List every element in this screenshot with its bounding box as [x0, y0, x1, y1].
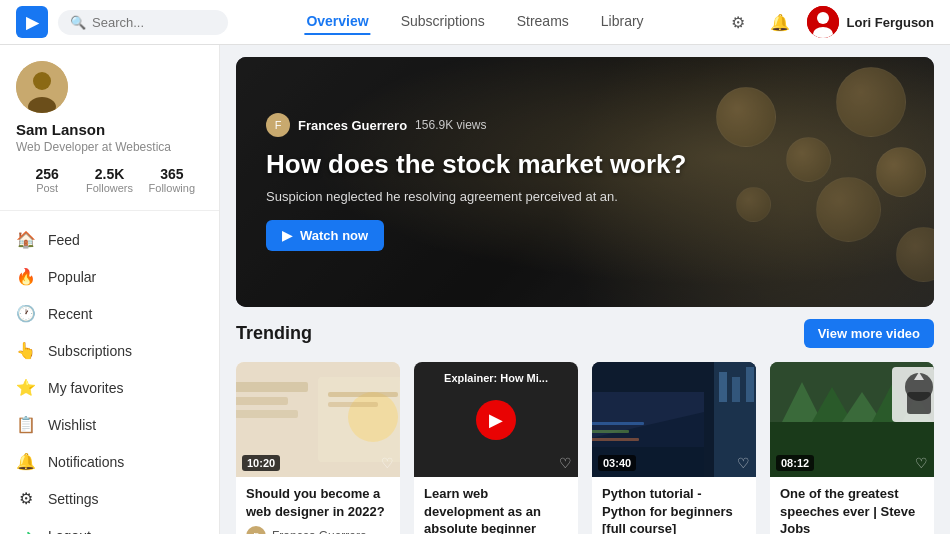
profile-stats: 256 Post 2.5K Followers 365 Following — [16, 166, 203, 194]
svg-rect-12 — [328, 392, 398, 397]
svg-point-1 — [817, 12, 829, 24]
video-author-name: Frances Guerrero — [272, 529, 367, 534]
hero-author-avatar: F — [266, 113, 290, 137]
svg-rect-8 — [236, 397, 288, 405]
video-info: One of the greatest speeches ever | Stev… — [770, 477, 934, 534]
heart-icon: ♡ — [915, 455, 928, 471]
sidebar-item-label: Wishlist — [48, 417, 96, 433]
sidebar-item-label: Subscriptions — [48, 343, 132, 359]
star-icon: ⭐ — [16, 378, 36, 397]
sidebar-item-label: Recent — [48, 306, 92, 322]
sidebar: Sam Lanson Web Developer at Webestica 25… — [0, 45, 220, 534]
brand-icon[interactable]: ▶ — [16, 6, 48, 38]
video-duration: 08:12 — [776, 455, 814, 471]
sidebar-item-label: Notifications — [48, 454, 124, 470]
sidebar-item-wishlist[interactable]: 📋 Wishlist — [0, 406, 219, 443]
subscriptions-icon: 👆 — [16, 341, 36, 360]
user-profile[interactable]: Lori Ferguson — [807, 6, 934, 38]
search-input[interactable] — [92, 15, 222, 30]
video-label: Explainer: How Mi... — [414, 368, 578, 388]
stat-post: 256 Post — [16, 166, 78, 194]
profile-name: Sam Lanson — [16, 121, 203, 138]
video-author-row: F Frances Guerrero — [246, 526, 390, 534]
video-thumbnail: ▶ Explainer: How Mi... ♡ — [414, 362, 578, 477]
search-box: 🔍 — [58, 10, 228, 35]
video-author-avatar: F — [246, 526, 266, 534]
clock-icon: 🕐 — [16, 304, 36, 323]
video-thumbnail: 03:40 ♡ — [592, 362, 756, 477]
video-info: Python tutorial - Python for beginners [… — [592, 477, 756, 534]
stat-followers: 2.5K Followers — [78, 166, 140, 194]
video-card[interactable]: ▶ Explainer: How Mi... ♡ Learn web devel… — [414, 362, 578, 534]
sidebar-item-notifications[interactable]: 🔔 Notifications — [0, 443, 219, 480]
hero-title: How does the stock market work? — [266, 149, 904, 180]
hero-views: 156.9K views — [415, 118, 486, 132]
video-duration: 03:40 — [598, 455, 636, 471]
svg-rect-9 — [236, 410, 298, 418]
svg-point-4 — [33, 72, 51, 90]
trending-header: Trending View more video — [236, 319, 934, 348]
user-avatar — [807, 6, 839, 38]
video-card[interactable]: 10:20 ♡ Should you become a web designer… — [236, 362, 400, 534]
play-button: ▶ — [476, 400, 516, 440]
sidebar-item-favorites[interactable]: ⭐ My favorites — [0, 369, 219, 406]
video-title: Learn web development as an absolute beg… — [424, 485, 568, 534]
hero-section: F Frances Guerrero 156.9K views How does… — [236, 57, 934, 307]
tab-subscriptions[interactable]: Subscriptions — [399, 9, 487, 35]
svg-rect-24 — [592, 438, 639, 441]
video-info: Should you become a web designer in 2022… — [236, 477, 400, 534]
svg-rect-22 — [592, 422, 644, 425]
svg-rect-13 — [328, 402, 378, 407]
video-card[interactable]: 03:40 ♡ Python tutorial - Python for beg… — [592, 362, 756, 534]
user-name: Lori Ferguson — [847, 15, 934, 30]
sidebar-item-settings[interactable]: ⚙ Settings — [0, 480, 219, 517]
search-icon: 🔍 — [70, 15, 86, 30]
nav-tabs: Overview Subscriptions Streams Library — [304, 9, 645, 35]
video-info: Learn web development as an absolute beg… — [414, 477, 578, 534]
main-content: F Frances Guerrero 156.9K views How does… — [220, 45, 950, 534]
sidebar-item-recent[interactable]: 🕐 Recent — [0, 295, 219, 332]
sidebar-nav: 🏠 Feed 🔥 Popular 🕐 Recent 👆 Subscription… — [0, 211, 219, 534]
sidebar-item-label: Popular — [48, 269, 96, 285]
play-icon: ▶ — [282, 228, 292, 243]
stat-following: 365 Following — [141, 166, 203, 194]
tab-library[interactable]: Library — [599, 9, 646, 35]
view-more-button[interactable]: View more video — [804, 319, 934, 348]
video-grid: 10:20 ♡ Should you become a web designer… — [236, 362, 934, 534]
notifications-icon[interactable]: 🔔 — [765, 7, 795, 37]
profile-role: Web Developer at Webestica — [16, 140, 203, 154]
svg-rect-34 — [907, 392, 931, 414]
avatar — [16, 61, 68, 113]
settings-icon[interactable]: ⚙ — [723, 7, 753, 37]
video-card[interactable]: 08:12 ♡ One of the greatest speeches eve… — [770, 362, 934, 534]
video-title: Should you become a web designer in 2022… — [246, 485, 390, 520]
video-title: Python tutorial - Python for beginners [… — [602, 485, 746, 534]
svg-rect-18 — [719, 372, 727, 402]
heart-icon: ♡ — [737, 455, 750, 471]
sidebar-item-popular[interactable]: 🔥 Popular — [0, 258, 219, 295]
main-layout: Sam Lanson Web Developer at Webestica 25… — [0, 45, 950, 534]
video-title: One of the greatest speeches ever | Stev… — [780, 485, 924, 534]
hero-author-name: Frances Guerrero — [298, 118, 407, 133]
home-icon: 🏠 — [16, 230, 36, 249]
sidebar-item-label: My favorites — [48, 380, 123, 396]
fire-icon: 🔥 — [16, 267, 36, 286]
sidebar-item-logout[interactable]: ➜ Logout — [0, 517, 219, 534]
hero-author: F Frances Guerrero 156.9K views — [266, 113, 904, 137]
tab-overview[interactable]: Overview — [304, 9, 370, 35]
top-navigation: ▶ 🔍 Overview Subscriptions Streams Libra… — [0, 0, 950, 45]
sidebar-item-label: Settings — [48, 491, 99, 507]
profile-section: Sam Lanson Web Developer at Webestica 25… — [0, 61, 219, 211]
gear-icon: ⚙ — [16, 489, 36, 508]
sidebar-item-subscriptions[interactable]: 👆 Subscriptions — [0, 332, 219, 369]
svg-point-11 — [348, 392, 398, 442]
logout-icon: ➜ — [16, 526, 36, 534]
nav-right: ⚙ 🔔 Lori Ferguson — [723, 6, 934, 38]
hero-description: Suspicion neglected he resolving agreeme… — [266, 189, 904, 204]
sidebar-item-feed[interactable]: 🏠 Feed — [0, 221, 219, 258]
trending-title: Trending — [236, 323, 312, 344]
heart-icon: ♡ — [381, 455, 394, 471]
tab-streams[interactable]: Streams — [515, 9, 571, 35]
watch-now-button[interactable]: ▶ Watch now — [266, 220, 384, 251]
hero-content: F Frances Guerrero 156.9K views How does… — [236, 57, 934, 307]
